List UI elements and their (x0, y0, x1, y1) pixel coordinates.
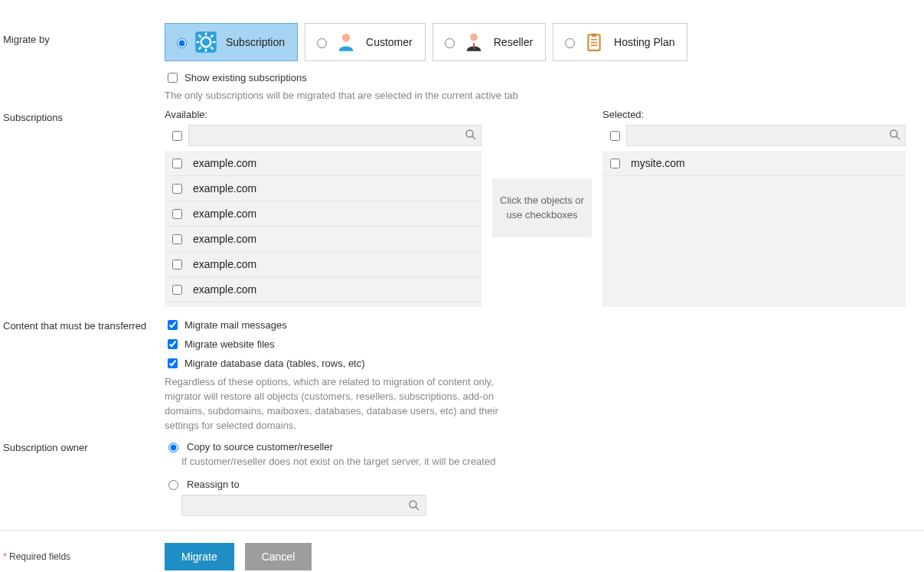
available-select-all-checkbox[interactable] (172, 131, 182, 141)
customer-icon (334, 30, 358, 54)
svg-rect-13 (592, 34, 597, 37)
owner-reassign-radio[interactable] (168, 480, 178, 490)
cancel-button[interactable]: Cancel (245, 543, 312, 570)
available-panel: Available: example.comexample.comexample… (165, 109, 482, 307)
migrate-button[interactable]: Migrate (165, 543, 234, 570)
reseller-icon (462, 30, 486, 54)
list-item-checkbox[interactable] (172, 159, 182, 168)
list-item-label: example.com (193, 157, 256, 169)
tab-reseller-radio[interactable] (445, 38, 455, 48)
tab-customer-label: Customer (366, 36, 413, 48)
list-item-checkbox[interactable] (172, 260, 182, 270)
owner-reassign-label: Reassign to (187, 479, 240, 490)
divider (0, 530, 924, 531)
svg-point-17 (466, 130, 473, 137)
clipboard-icon (582, 30, 606, 54)
list-item-label: example.com (193, 233, 256, 245)
selected-select-all-checkbox[interactable] (610, 131, 620, 141)
migrate-files-checkbox[interactable] (168, 339, 178, 349)
owner-copy-hint: If customer/reseller does not exist on t… (181, 456, 924, 467)
tab-hosting-plan-radio[interactable] (565, 38, 575, 48)
tab-hosting-plan[interactable]: Hosting Plan (553, 23, 687, 61)
tab-reseller[interactable]: Reseller (433, 23, 546, 61)
svg-point-10 (342, 34, 351, 42)
search-icon (889, 129, 901, 141)
migrate-db-label: Migrate database data (tables, rows, etc… (184, 358, 365, 369)
required-fields-label: Required fields (9, 551, 70, 562)
svg-line-22 (416, 507, 419, 510)
available-listbox[interactable]: example.comexample.comexample.comexample… (165, 151, 482, 307)
middle-hint: Click the objects or use checkboxes (492, 178, 592, 237)
tab-subscription-radio[interactable] (177, 38, 187, 48)
tab-hosting-plan-label: Hosting Plan (614, 36, 674, 48)
list-item-label: example.com (193, 283, 256, 296)
migrate-db-checkbox[interactable] (168, 358, 178, 368)
list-item-checkbox[interactable] (610, 159, 620, 168)
migrate-files-label: Migrate website files (184, 338, 275, 350)
available-search-input[interactable] (188, 125, 482, 146)
available-title: Available: (165, 109, 482, 120)
svg-point-19 (890, 130, 897, 137)
list-item[interactable]: example.com (165, 227, 482, 252)
migrate-mail-label: Migrate mail messages (184, 319, 287, 331)
show-existing-label: Show existing subscriptions (184, 72, 307, 83)
svg-line-18 (472, 136, 475, 139)
list-item-checkbox[interactable] (172, 209, 182, 219)
list-item-checkbox[interactable] (172, 285, 182, 295)
show-existing-checkbox[interactable] (168, 73, 178, 83)
list-item[interactable]: mysite.com (602, 151, 906, 176)
gear-icon (194, 30, 218, 54)
svg-point-21 (410, 501, 416, 508)
tab-reseller-label: Reseller (494, 36, 533, 48)
required-fields-note: * Required fields (0, 551, 165, 562)
list-item-label: example.com (193, 208, 256, 220)
list-item[interactable]: example.com (165, 252, 482, 277)
list-item-label: example.com (193, 182, 256, 194)
list-item[interactable]: example.com (165, 151, 482, 176)
selected-search-input[interactable] (626, 125, 906, 146)
content-label: Content that must be transferred (0, 318, 165, 333)
selected-title: Selected: (602, 109, 906, 120)
content-hint: Regardless of these options, which are r… (165, 375, 532, 433)
selected-panel: Selected: mysite.com (602, 109, 906, 307)
reassign-to-input[interactable] (181, 495, 426, 516)
tab-customer[interactable]: Customer (305, 23, 426, 61)
list-item[interactable]: example.com (165, 201, 482, 227)
list-item-checkbox[interactable] (172, 184, 182, 194)
owner-copy-radio[interactable] (168, 443, 178, 453)
svg-point-11 (470, 34, 478, 41)
tab-subscription-label: Subscription (226, 36, 285, 48)
list-item-checkbox[interactable] (172, 234, 182, 244)
search-icon (465, 129, 477, 141)
owner-copy-label: Copy to source customer/reseller (187, 441, 333, 453)
migrate-by-hint: The only subscriptions will be migrated … (165, 90, 924, 101)
migrate-mail-checkbox[interactable] (168, 320, 178, 330)
owner-label: Subscription owner (0, 440, 165, 453)
svg-line-20 (896, 136, 900, 139)
list-item[interactable]: example.com (165, 302, 482, 307)
migrate-by-label: Migrate by (0, 23, 165, 45)
tab-customer-radio[interactable] (317, 38, 327, 48)
list-item[interactable]: example.com (165, 277, 482, 302)
list-item-label: example.com (193, 258, 256, 270)
list-item-label: mysite.com (631, 157, 685, 169)
tab-subscription[interactable]: Subscription (165, 23, 298, 61)
list-item[interactable]: example.com (165, 176, 482, 201)
search-icon (408, 499, 420, 512)
subscriptions-label: Subscriptions (0, 109, 165, 123)
migrate-by-tabs: Subscription Customer Reseller (165, 23, 924, 61)
selected-listbox[interactable]: mysite.com (602, 151, 906, 307)
